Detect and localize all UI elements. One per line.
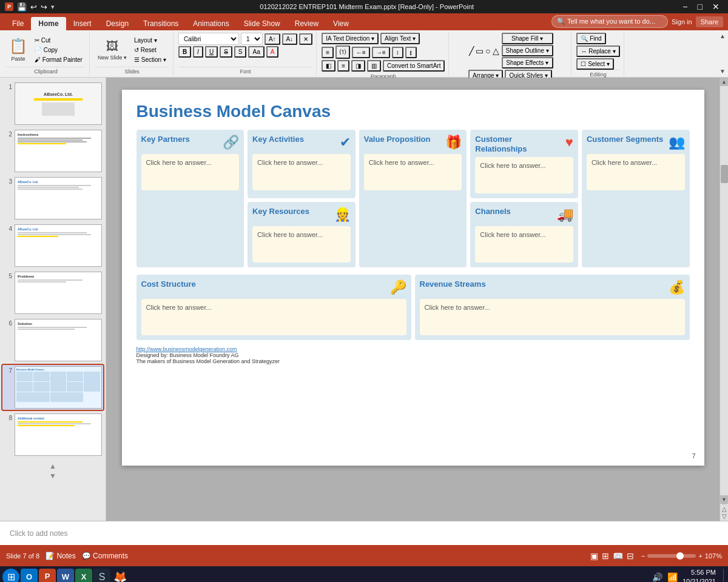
slide-panel-scroll-down[interactable]: ▼: [49, 472, 56, 480]
shape-line[interactable]: ╱: [468, 45, 474, 56]
shape-outline-button[interactable]: Shape Outline ▾: [502, 45, 553, 56]
slide-thumb-4[interactable]: 4 ABseeCo. Ltd.: [2, 223, 103, 268]
italic-button[interactable]: I: [193, 46, 203, 58]
taskbar-speaker[interactable]: 🔊: [652, 572, 662, 582]
change-case-button[interactable]: Aa: [248, 46, 264, 58]
section-button[interactable]: ☰ Section ▾: [131, 55, 169, 64]
slide-thumb-8[interactable]: 8 Additional content: [2, 412, 103, 457]
quick-access-redo[interactable]: ↪: [41, 2, 47, 12]
decrease-font-button[interactable]: A↓: [282, 33, 298, 45]
value-proposition-content[interactable]: Click here to answer...: [364, 154, 462, 190]
right-scrollbar[interactable]: ▲ ▼ △ ▽: [720, 78, 728, 521]
taskbar-powerpoint[interactable]: P: [39, 569, 56, 583]
bmc-url[interactable]: http://www.businessmodelgeneration.com: [136, 346, 237, 352]
replace-button[interactable]: ↔ Replace ▾: [576, 45, 619, 57]
slide-thumb-3[interactable]: 3 ABseeCo. Ltd.: [2, 176, 103, 221]
tab-home[interactable]: Home: [31, 17, 66, 30]
zoom-slider[interactable]: [676, 552, 684, 560]
slide-thumb-2[interactable]: 2 Instructions: [2, 129, 103, 173]
scroll-fit-down[interactable]: ▽: [722, 513, 727, 520]
customer-segments-content[interactable]: Click here to answer...: [587, 154, 685, 190]
customer-relationships-content[interactable]: Click here to answer...: [475, 157, 573, 193]
align-right-button[interactable]: ◨: [351, 60, 365, 72]
cost-structure-content[interactable]: Click here to answer...: [141, 299, 406, 335]
channels-content[interactable]: Click here to answer...: [475, 226, 573, 263]
taskbar-firefox[interactable]: 🦊: [112, 569, 129, 583]
convert-smartart-button[interactable]: Convert to SmartArt: [383, 60, 445, 72]
tab-view[interactable]: View: [326, 17, 356, 30]
zoom-in-button[interactable]: +: [698, 552, 702, 560]
justify-button[interactable]: ▥: [367, 60, 381, 72]
align-left-button[interactable]: ◧: [322, 60, 335, 72]
ribbon-scroll-up[interactable]: ▲: [720, 33, 726, 39]
shape-oval[interactable]: ○: [485, 45, 491, 56]
taskbar-datetime[interactable]: 5:56 PM 10/21/2021: [682, 568, 716, 582]
tab-transitions[interactable]: Transitions: [136, 17, 186, 30]
increase-indent-button[interactable]: →≡: [372, 47, 390, 58]
notes-placeholder[interactable]: Click to add notes: [10, 529, 67, 538]
close-button[interactable]: ✕: [709, 2, 723, 12]
font-color-button[interactable]: A: [266, 46, 279, 58]
columns-button[interactable]: ⫿: [405, 47, 417, 58]
scroll-fit-up[interactable]: △: [722, 506, 727, 512]
layout-button[interactable]: Layout ▾: [131, 36, 169, 45]
font-size-select[interactable]: 10: [241, 33, 263, 45]
find-button[interactable]: 🔍 Find: [576, 33, 605, 44]
increase-font-button[interactable]: A↑: [265, 33, 280, 45]
new-slide-button[interactable]: 🖼 New Slide ▾: [95, 38, 130, 62]
bullets-button[interactable]: ≡: [322, 47, 334, 58]
view-presenter-button[interactable]: ⊟: [627, 551, 634, 561]
reset-button[interactable]: ↺ Reset: [131, 45, 169, 55]
quick-access-undo[interactable]: ↩: [30, 2, 37, 12]
view-sorter-button[interactable]: ⊞: [602, 551, 609, 561]
share-button[interactable]: Share: [696, 16, 723, 27]
font-family-select[interactable]: Calibri: [178, 33, 239, 45]
view-normal-button[interactable]: ▣: [590, 551, 598, 561]
ribbon-scroll-down[interactable]: ▼: [720, 68, 726, 75]
taskbar-word[interactable]: W: [57, 569, 74, 583]
select-button[interactable]: ☐ Select ▾: [576, 58, 613, 70]
bold-button[interactable]: B: [178, 46, 191, 58]
slide-panel-scroll-up[interactable]: ▲: [49, 462, 56, 470]
slide-thumb-7[interactable]: 7 Business Model Canvas: [2, 365, 103, 410]
taskbar-network[interactable]: 📶: [667, 572, 678, 582]
revenue-streams-content[interactable]: Click here to answer...: [420, 299, 685, 335]
center-button[interactable]: ≡: [337, 60, 349, 72]
tab-insert[interactable]: Insert: [66, 17, 99, 30]
tab-slideshow[interactable]: Slide Show: [237, 17, 288, 30]
shape-effects-button[interactable]: Shape Effects ▾: [502, 57, 553, 69]
numbering-button[interactable]: ⑴: [335, 45, 350, 59]
tab-design[interactable]: Design: [99, 17, 136, 30]
view-reading-button[interactable]: 📖: [613, 551, 623, 561]
taskbar-steam[interactable]: S: [93, 569, 110, 583]
tab-animations[interactable]: Animations: [186, 17, 236, 30]
shape-fill-button[interactable]: Shape Fill ▾: [502, 33, 553, 44]
decrease-indent-button[interactable]: ←≡: [352, 47, 370, 58]
format-painter-button[interactable]: 🖌 Format Painter: [32, 55, 86, 64]
text-direction-button[interactable]: IA Text Direction ▾: [322, 33, 379, 44]
line-spacing-button[interactable]: ↕: [392, 47, 403, 58]
shadow-button[interactable]: S: [234, 46, 247, 58]
zoom-out-button[interactable]: −: [641, 552, 645, 560]
shape-rect[interactable]: ▭: [475, 45, 484, 56]
tab-file[interactable]: File: [5, 17, 31, 30]
notes-button[interactable]: 📝 Notes: [46, 552, 76, 560]
slide-thumb-6[interactable]: 6 Solution: [2, 318, 103, 363]
tell-me-input[interactable]: 🔍 Tell me what you want to do...: [551, 15, 668, 28]
shape-triangle[interactable]: △: [492, 45, 500, 56]
sign-in-button[interactable]: Sign in: [672, 18, 692, 25]
maximize-button[interactable]: □: [694, 2, 706, 12]
key-partners-content[interactable]: Click here to answer...: [141, 154, 240, 190]
key-activities-content[interactable]: Click here to answer...: [252, 154, 351, 190]
slide-thumb-5[interactable]: 5 Problems: [2, 270, 103, 315]
cut-button[interactable]: ✂ Cut: [32, 36, 86, 45]
slide-thumb-1[interactable]: 1 ABseeCo. Ltd.: [2, 81, 103, 126]
key-resources-content[interactable]: Click here to answer...: [252, 226, 351, 263]
align-text-button[interactable]: Align Text ▾: [380, 33, 420, 44]
minimize-button[interactable]: −: [679, 2, 691, 12]
strikethrough-button[interactable]: S: [220, 46, 232, 58]
notes-bar[interactable]: Click to add notes: [0, 521, 728, 545]
show-desktop-button[interactable]: [723, 569, 726, 583]
underline-button[interactable]: U: [205, 46, 218, 58]
paste-button[interactable]: 📋 Paste: [6, 36, 30, 64]
